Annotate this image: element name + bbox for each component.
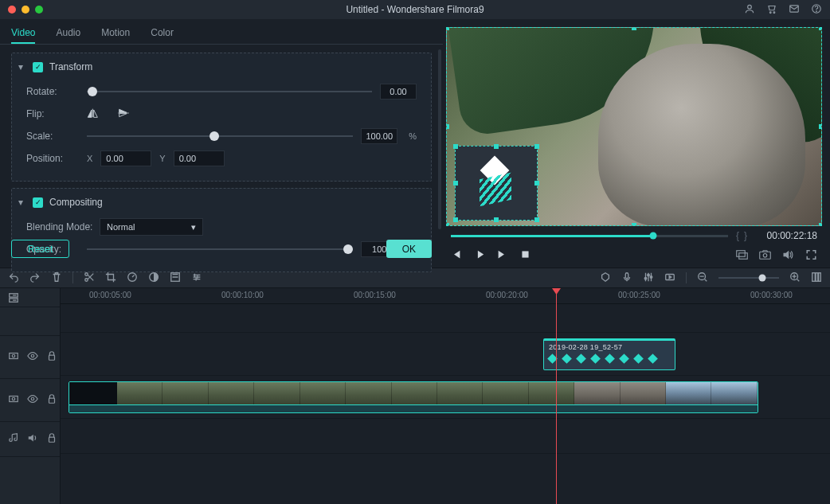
audio-track-1[interactable] [61, 419, 830, 454]
fullscreen-icon[interactable] [805, 249, 817, 263]
collapse-transform-icon[interactable]: ▾ [18, 61, 26, 72]
svg-rect-25 [819, 272, 821, 281]
preview-canvas[interactable] [446, 27, 822, 226]
preview-quality-icon[interactable] [736, 249, 748, 263]
svg-rect-23 [812, 272, 816, 281]
flip-vertical-icon[interactable] [117, 107, 130, 121]
scale-slider[interactable] [87, 135, 353, 137]
blending-mode-select[interactable]: Normal ▾ [100, 218, 203, 236]
enable-compositing-checkbox[interactable]: ✓ [33, 197, 43, 208]
enable-transform-checkbox[interactable]: ✓ [33, 62, 43, 72]
svg-rect-31 [49, 355, 55, 360]
color-icon[interactable] [148, 272, 159, 285]
svg-rect-7 [737, 250, 746, 256]
ok-button[interactable]: OK [386, 240, 432, 258]
manage-tracks-button[interactable] [0, 288, 60, 307]
mute-icon[interactable] [27, 432, 38, 446]
rotate-input[interactable]: 0.00 [380, 84, 417, 100]
svg-rect-24 [816, 272, 818, 281]
music-icon[interactable] [8, 432, 19, 446]
time-ruler[interactable]: 00:00:05:00 00:00:10:00 00:00:15:00 00:0… [61, 288, 830, 304]
svg-rect-32 [10, 397, 18, 402]
split-icon[interactable] [84, 272, 95, 285]
pip-overlay[interactable] [455, 146, 538, 221]
zoom-in-icon[interactable] [789, 272, 801, 285]
crop-icon[interactable] [105, 272, 116, 285]
svg-point-0 [748, 5, 752, 9]
clip-main[interactable] [69, 381, 758, 413]
mail-icon[interactable] [789, 3, 800, 17]
marker-icon[interactable] [600, 272, 611, 285]
reset-button[interactable]: Reset [11, 240, 69, 258]
keyframe-icon[interactable] [619, 354, 629, 364]
account-icon[interactable] [744, 3, 755, 17]
prev-frame-icon[interactable] [451, 249, 461, 262]
keyframe-icon[interactable] [576, 354, 586, 364]
tab-motion[interactable]: Motion [101, 27, 130, 44]
svg-rect-9 [760, 252, 771, 259]
keyframe-icon[interactable] [648, 354, 658, 364]
next-frame-icon[interactable] [497, 249, 507, 262]
speed-icon[interactable] [127, 272, 138, 285]
tab-color[interactable]: Color [151, 27, 174, 44]
green-screen-icon[interactable] [170, 272, 181, 285]
scale-input[interactable]: 100.00 [361, 128, 397, 144]
visibility-icon[interactable] [27, 393, 38, 407]
svg-rect-16 [625, 272, 628, 278]
ruler-tick: 00:00:25:00 [618, 291, 660, 299]
video-track-2[interactable] [61, 333, 830, 376]
undo-icon[interactable] [8, 272, 19, 285]
stop-icon[interactable] [520, 249, 530, 262]
position-y-input[interactable]: 0.00 [174, 150, 225, 166]
visibility-icon[interactable] [27, 350, 38, 364]
zoom-slider[interactable] [718, 277, 779, 279]
playhead[interactable] [556, 288, 557, 504]
redo-icon[interactable] [29, 272, 41, 285]
keyframe-icon[interactable] [605, 354, 615, 364]
blending-mode-label: Blending Mode: [26, 221, 100, 232]
timeline-tracks[interactable]: 00:00:05:00 00:00:10:00 00:00:15:00 00:0… [61, 288, 830, 504]
preview-progress[interactable] [451, 235, 728, 237]
snapshot-icon[interactable] [759, 249, 771, 263]
svg-rect-28 [10, 354, 18, 359]
loop-brackets[interactable]: {} [736, 230, 747, 241]
render-preview-icon[interactable] [664, 272, 675, 285]
collapse-compositing-icon[interactable]: ▾ [18, 197, 26, 208]
title-bar-actions [744, 3, 822, 17]
keyframe-icon[interactable] [562, 354, 572, 364]
preview-pane: {} 00:00:22:18 [443, 19, 830, 268]
keyframe-icon[interactable] [590, 354, 601, 364]
lock-icon[interactable] [46, 432, 57, 446]
track-toggle-icon[interactable] [8, 350, 19, 364]
keyframe-icon[interactable] [633, 354, 644, 364]
window-title: Untitled - Wondershare Filmora9 [0, 4, 830, 15]
position-x-input[interactable]: 0.00 [100, 150, 151, 166]
volume-icon[interactable] [782, 249, 794, 263]
filmora-logo-icon [475, 162, 518, 205]
help-icon[interactable] [811, 3, 822, 17]
property-tabs: Video Audio Motion Color [0, 19, 443, 45]
svg-rect-8 [739, 252, 748, 259]
play-icon[interactable] [474, 249, 484, 262]
panel-scrollbar[interactable] [438, 49, 441, 229]
rotate-slider[interactable] [87, 91, 372, 92]
adjust-icon[interactable] [191, 272, 202, 285]
track-toggle-icon[interactable] [8, 393, 19, 407]
lock-icon[interactable] [46, 350, 57, 364]
svg-point-17 [644, 277, 647, 279]
properties-panel: Video Audio Motion Color ▾ ✓ Transform R… [0, 19, 443, 268]
tab-audio[interactable]: Audio [56, 27, 80, 44]
cart-icon[interactable] [766, 3, 777, 17]
tab-video[interactable]: Video [11, 27, 35, 44]
clip-pip[interactable]: 2019-02-28 19_52-57 [543, 338, 675, 370]
record-voiceover-icon[interactable] [621, 272, 632, 285]
section-title-compositing: Compositing [49, 197, 103, 208]
zoom-to-fit-icon[interactable] [811, 272, 822, 285]
section-title-transform: Transform [49, 61, 92, 72]
audio-mixer-icon[interactable] [643, 272, 654, 285]
lock-icon[interactable] [46, 393, 57, 407]
rotate-label: Rotate: [26, 86, 87, 97]
zoom-out-icon[interactable] [697, 272, 708, 285]
delete-icon[interactable] [51, 272, 62, 285]
flip-horizontal-icon[interactable] [87, 107, 100, 121]
